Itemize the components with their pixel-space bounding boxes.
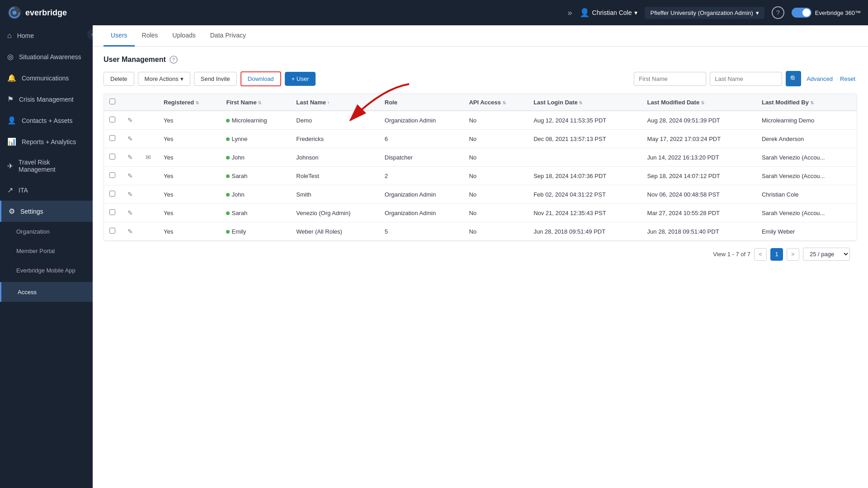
sidebar-item-crisis-management[interactable]: ⚑ Crisis Management	[0, 89, 93, 110]
row-checkbox-1[interactable]	[109, 135, 115, 141]
sidebar: « ⌂ Home ◎ Situational Awareness 🔔 Commu…	[0, 25, 93, 488]
toggle-section: Everbridge 360™	[792, 8, 861, 18]
pagination-prev[interactable]: <	[754, 248, 767, 261]
more-actions-icon: ▾	[180, 75, 184, 82]
send-invite-button[interactable]: Send Invite	[194, 72, 237, 86]
users-table: Registered First Name Last Name Role API…	[104, 94, 857, 241]
sidebar-item-travel-risk[interactable]: ✈ Travel Risk Management	[0, 152, 93, 179]
sidebar-item-organization[interactable]: Organization	[0, 222, 93, 241]
col-last-modified-date[interactable]: Last Modified Date	[642, 94, 756, 111]
user-section[interactable]: 👤 Christian Cole ▾	[580, 8, 638, 18]
search-section: 🔍 Advanced Reset	[634, 71, 857, 86]
add-user-button[interactable]: + User	[285, 72, 316, 86]
per-page-select[interactable]: 25 / page 50 / page 100 / page	[803, 248, 850, 261]
page-body: User Management ? Delete More Actions ▾ …	[93, 47, 868, 488]
cell-api-access-1: No	[463, 130, 528, 148]
table-row: ✎ ✉ Yes John Johnson Dispatcher No Jun 1…	[104, 148, 857, 167]
sidebar-label-communications: Communications	[22, 75, 69, 82]
search-button[interactable]: 🔍	[786, 71, 801, 86]
user-dropdown-icon: ▾	[634, 9, 637, 16]
tab-data-privacy-label: Data Privacy	[210, 32, 246, 39]
delete-button[interactable]: Delete	[104, 72, 134, 86]
users-table-wrapper: Registered First Name Last Name Role API…	[104, 94, 857, 241]
sidebar-label-situational-awareness: Situational Awareness	[19, 53, 81, 61]
pagination-view-text: View 1 - 7 of 7	[713, 251, 750, 258]
nav-expand-icon[interactable]: »	[568, 8, 572, 18]
download-button[interactable]: Download	[241, 71, 281, 86]
tab-data-privacy[interactable]: Data Privacy	[203, 25, 253, 47]
sidebar-item-access[interactable]: Access	[0, 282, 93, 302]
mail-icon-2[interactable]: ✉	[146, 154, 151, 161]
reset-button[interactable]: Reset	[838, 72, 857, 85]
col-api-access[interactable]: API Access	[463, 94, 528, 111]
cell-last-modified-by-4: Christian Cole	[756, 185, 857, 204]
page-help-button[interactable]: ?	[170, 56, 178, 64]
sidebar-item-everbridge-mobile[interactable]: Everbridge Mobile App	[0, 261, 93, 280]
toggle-button[interactable]	[792, 8, 811, 18]
edit-icon-6[interactable]: ✎	[127, 228, 133, 235]
top-nav-right: » 👤 Christian Cole ▾ Pfieffer University…	[568, 6, 861, 19]
tab-uploads[interactable]: Uploads	[165, 25, 203, 47]
cell-api-access-2: No	[463, 148, 528, 167]
sidebar-item-home[interactable]: ⌂ Home	[0, 25, 93, 46]
pagination-current-page[interactable]: 1	[770, 248, 783, 261]
select-all-checkbox[interactable]	[109, 99, 115, 104]
cell-last-login-0: Aug 12, 2024 11:53:35 PDT	[528, 111, 642, 130]
cell-last-name-3: RoleTest	[291, 167, 379, 185]
cell-role-0: Organization Admin	[379, 111, 464, 130]
edit-icon-1[interactable]: ✎	[127, 135, 133, 142]
cell-first-name-1: Lynne	[221, 130, 291, 148]
home-icon: ⌂	[7, 32, 12, 40]
toggle-label: Everbridge 360™	[815, 9, 861, 16]
sidebar-item-ita[interactable]: ↗ ITA	[0, 179, 93, 201]
first-name-input[interactable]	[634, 72, 706, 86]
help-button[interactable]: ?	[772, 6, 784, 19]
more-actions-button[interactable]: More Actions ▾	[138, 72, 190, 86]
row-checkbox-6[interactable]	[109, 228, 115, 234]
edit-icon-0[interactable]: ✎	[127, 117, 133, 124]
cell-last-modified-by-3: Sarah Venezio (Accou...	[756, 167, 857, 185]
tab-roles-label: Roles	[142, 32, 158, 39]
last-name-input[interactable]	[710, 72, 782, 86]
cell-api-access-0: No	[463, 111, 528, 130]
cell-last-modified-date-0: Aug 28, 2024 09:51:39 PDT	[642, 111, 756, 130]
cell-last-login-6: Jun 28, 2018 09:51:49 PDT	[528, 222, 642, 241]
cell-api-access-6: No	[463, 222, 528, 241]
row-checkbox-0[interactable]	[109, 117, 115, 122]
sidebar-label-contacts-assets: Contacts + Assets	[22, 117, 72, 124]
col-registered[interactable]: Registered	[158, 94, 221, 111]
row-checkbox-2[interactable]	[109, 154, 115, 160]
tab-uploads-label: Uploads	[172, 32, 195, 39]
edit-icon-3[interactable]: ✎	[127, 172, 133, 179]
sidebar-item-communications[interactable]: 🔔 Communications	[0, 67, 93, 89]
sidebar-item-member-portal[interactable]: Member Portal	[0, 241, 93, 261]
cell-last-modified-by-1: Derek Anderson	[756, 130, 857, 148]
delete-label: Delete	[110, 75, 127, 82]
sidebar-item-settings[interactable]: ⚙ Settings	[0, 201, 93, 222]
row-checkbox-5[interactable]	[109, 209, 115, 215]
edit-icon-5[interactable]: ✎	[127, 209, 133, 216]
col-last-login[interactable]: Last Login Date	[528, 94, 642, 111]
tabs-bar: Users Roles Uploads Data Privacy	[93, 25, 868, 47]
cell-registered-6: Yes	[158, 222, 221, 241]
row-checkbox-3[interactable]	[109, 172, 115, 178]
cell-last-name-4: Smith	[291, 185, 379, 204]
org-section[interactable]: Pfieffer University (Organization Admin)…	[645, 7, 764, 19]
cell-last-name-1: Fredericks	[291, 130, 379, 148]
sidebar-item-contacts-assets[interactable]: 👤 Contacts + Assets	[0, 110, 93, 131]
tab-users[interactable]: Users	[104, 25, 135, 47]
edit-icon-2[interactable]: ✎	[127, 154, 133, 161]
tab-roles[interactable]: Roles	[135, 25, 165, 47]
col-first-name[interactable]: First Name	[221, 94, 291, 111]
row-checkbox-4[interactable]	[109, 191, 115, 197]
logo[interactable]: everbridge	[7, 5, 67, 20]
pagination-next[interactable]: >	[787, 248, 799, 261]
col-last-modified-by[interactable]: Last Modified By	[756, 94, 857, 111]
sidebar-item-situational-awareness[interactable]: ◎ Situational Awareness	[0, 46, 93, 67]
sidebar-label-access: Access	[18, 289, 37, 296]
sidebar-item-reports-analytics[interactable]: 📊 Reports + Analytics	[0, 131, 93, 152]
action-bar: Delete More Actions ▾ Send Invite Downlo…	[104, 71, 857, 86]
advanced-button[interactable]: Advanced	[805, 72, 835, 85]
col-last-name[interactable]: Last Name	[291, 94, 379, 111]
edit-icon-4[interactable]: ✎	[127, 191, 133, 198]
